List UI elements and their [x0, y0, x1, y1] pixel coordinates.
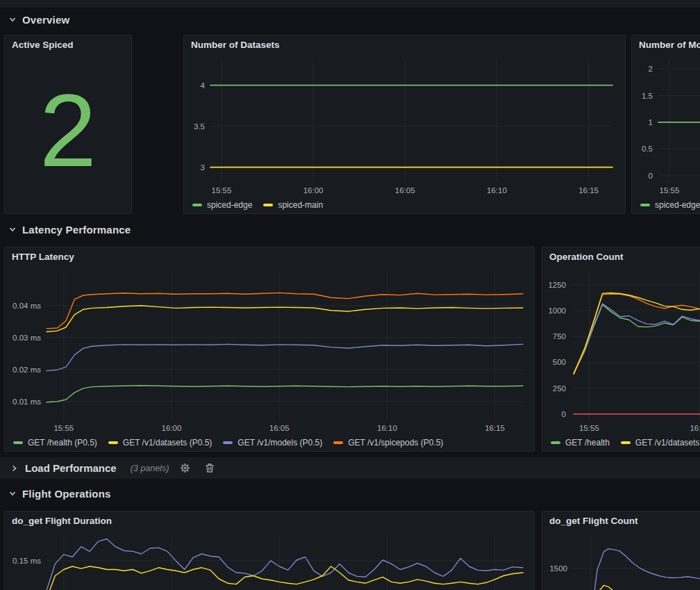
- chevron-right-icon: [10, 464, 18, 473]
- chevron-down-icon: [8, 225, 17, 233]
- panel-do-get-flight-count: do_get Flight Count 15:5516:0016:0516:10…: [542, 511, 700, 590]
- x-tick-label: 15:55: [53, 424, 74, 432]
- chart-svg: 15:5516:0016:0516:1016:15025050075010001…: [542, 266, 700, 435]
- y-tick-label: 1: [649, 118, 653, 126]
- chart-area[interactable]: 15:5516:0016:0516:1016:15025050075010001…: [542, 266, 700, 435]
- panel-do-get-flight-duration: do_get Flight Duration 15:5516:0016:0516…: [4, 511, 535, 590]
- legend-swatch: [621, 441, 631, 444]
- x-tick-label: 16:10: [377, 424, 397, 432]
- panel-operation-count: Operation Count 15:5516:0016:0516:1016:1…: [542, 247, 700, 452]
- chart-area[interactable]: 15:5516:0016:0516:1016:151500: [542, 530, 700, 590]
- x-tick-label: 16:05: [269, 424, 290, 432]
- chart-legend: spiced-edgespiced-main: [184, 197, 625, 213]
- x-tick-label: 16:10: [487, 186, 507, 195]
- chart-area[interactable]: 15:5516:0016:0516:1016:1533.54: [184, 54, 625, 197]
- row-delete-button[interactable]: [201, 461, 219, 475]
- chart-area[interactable]: 15:5516:0016:0516:1016:150.15 ms: [5, 530, 534, 590]
- panel-http-latency: HTTP Latency 15:5516:0016:0516:1016:150.…: [4, 247, 535, 452]
- legend-item[interactable]: GET /v1/spicepods (P0.5): [333, 438, 443, 448]
- chart-legend: GET /health (P0.5)GET /v1/datasets (P0.5…: [5, 435, 534, 451]
- series-line: [47, 386, 523, 402]
- y-tick-label: 1250: [548, 281, 566, 289]
- chart-area[interactable]: 15:5516:0016:0516:1016:150.01 ms0.02 ms0…: [5, 266, 534, 435]
- chevron-down-icon: [8, 15, 17, 24]
- legend-item[interactable]: spiced-edge: [640, 200, 700, 210]
- y-tick-label: 0.15 ms: [12, 557, 41, 565]
- legend-item[interactable]: GET /v1/datasets: [621, 438, 700, 448]
- panel-title[interactable]: Number of Datasets: [184, 35, 625, 54]
- chart-area[interactable]: 15:5516:0016:0516:1016:1500.511.52: [632, 54, 700, 197]
- stat-value: 2: [5, 55, 131, 213]
- panel-title[interactable]: HTTP Latency: [5, 247, 534, 266]
- x-tick-label: 16:15: [485, 424, 505, 432]
- series-line: [574, 304, 700, 373]
- legend-item[interactable]: GET /v1/models (P0.5): [223, 438, 322, 448]
- panel-title[interactable]: Operation Count: [542, 247, 700, 266]
- y-tick-label: 1000: [548, 306, 566, 315]
- top-navigation-bar: [0, 0, 700, 8]
- panels-count-label: (3 panels): [131, 464, 169, 473]
- section-header-overview[interactable]: Overview: [8, 11, 69, 28]
- y-tick-label: 250: [553, 384, 566, 393]
- section-header-latency-performance[interactable]: Latency Performance: [8, 221, 131, 238]
- series-line: [47, 293, 523, 329]
- y-tick-label: 1500: [549, 564, 567, 573]
- y-tick-label: 750: [553, 332, 566, 341]
- gear-icon: [180, 463, 190, 473]
- y-tick-label: 0.04 ms: [12, 302, 41, 310]
- legend-swatch: [108, 441, 118, 444]
- y-tick-label: 500: [553, 358, 566, 366]
- legend-item[interactable]: GET /v1/datasets (P0.5): [108, 438, 212, 448]
- legend-item[interactable]: GET /health: [551, 438, 610, 448]
- series-line: [584, 549, 700, 590]
- y-tick-label: 3: [201, 163, 205, 172]
- section-title: Load Performance: [25, 462, 117, 474]
- panel-title[interactable]: do_get Flight Count: [542, 511, 700, 530]
- chart-svg: 15:5516:0016:0516:1016:150.15 ms: [5, 530, 533, 590]
- section-title: Overview: [22, 14, 69, 26]
- series-line: [47, 306, 523, 332]
- x-tick-label: 16:15: [578, 186, 599, 195]
- legend-swatch: [13, 441, 23, 444]
- section-header-load-performance[interactable]: Load Performance (3 panels): [0, 457, 700, 479]
- series-line: [586, 585, 700, 590]
- panel-number-of-models: Number of Models 15:5516:0016:0516:1016:…: [631, 35, 700, 214]
- y-tick-label: 0.01 ms: [12, 398, 41, 406]
- x-tick-label: 15:55: [660, 186, 680, 195]
- chart-svg: 15:5516:0016:0516:1016:1533.54: [184, 54, 624, 197]
- panel-title[interactable]: Active Spiced: [5, 35, 131, 55]
- legend-item[interactable]: spiced-main: [263, 200, 323, 210]
- legend-item[interactable]: GET /health (P0.5): [13, 438, 97, 448]
- panel-title[interactable]: Number of Models: [632, 35, 700, 54]
- section-title: Latency Performance: [22, 224, 131, 236]
- chart-svg: 15:5516:0016:0516:1016:151500: [542, 530, 700, 590]
- legend-swatch: [333, 441, 343, 444]
- dashboard: Overview Active Spiced 2 Number of Datas…: [0, 0, 700, 590]
- trash-icon: [205, 463, 215, 473]
- legend-swatch: [192, 204, 202, 206]
- y-tick-label: 2: [649, 65, 653, 73]
- panel-number-of-datasets: Number of Datasets 15:5516:0016:0516:101…: [183, 35, 626, 214]
- row-settings-button[interactable]: [176, 461, 194, 475]
- y-tick-label: 3.5: [194, 122, 205, 131]
- y-tick-label: 0: [562, 410, 566, 418]
- chart-svg: 15:5516:0016:0516:1016:1500.511.52: [632, 54, 700, 197]
- chart-legend: spiced-edge: [632, 197, 700, 213]
- legend-swatch: [223, 441, 233, 444]
- y-tick-label: 0.5: [642, 145, 653, 153]
- y-tick-label: 0.02 ms: [12, 366, 41, 374]
- legend-swatch: [551, 441, 560, 444]
- y-tick-label: 4: [201, 81, 206, 90]
- legend-item[interactable]: spiced-edge: [192, 200, 252, 210]
- panel-title[interactable]: do_get Flight Duration: [5, 511, 534, 530]
- panel-active-spiced: Active Spiced 2: [4, 35, 132, 214]
- y-tick-label: 0: [649, 172, 653, 180]
- y-tick-label: 1.5: [642, 91, 653, 99]
- legend-swatch: [263, 204, 273, 206]
- chevron-down-icon: [8, 489, 17, 498]
- section-title: Flight Operations: [22, 488, 111, 500]
- x-tick-label: 16:00: [162, 424, 182, 432]
- x-tick-label: 16:00: [690, 424, 700, 432]
- section-header-flight-operations[interactable]: Flight Operations: [8, 485, 111, 502]
- x-tick-label: 15:55: [579, 424, 599, 432]
